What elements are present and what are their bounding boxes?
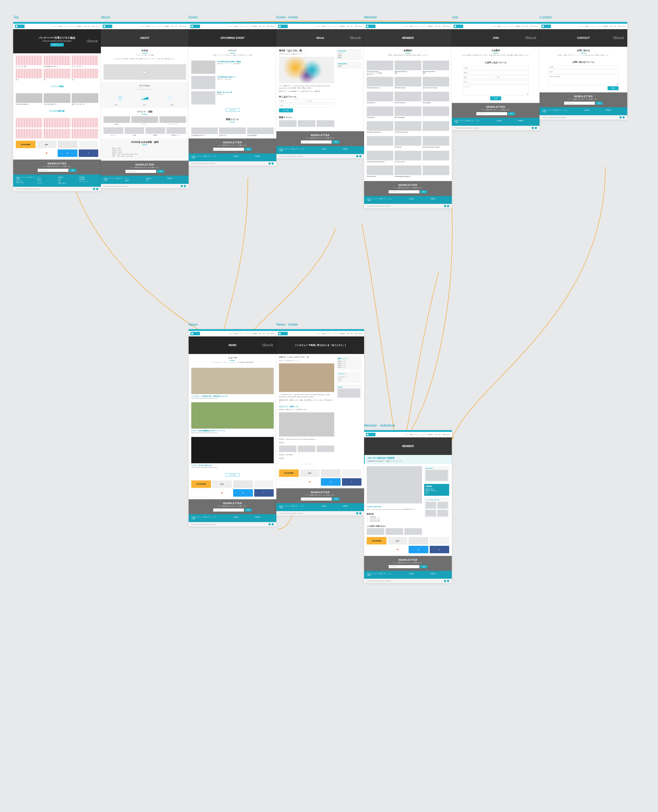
nav-menu[interactable]: ホーム企友会イベントニュース会員紹介入会求人お問い合わせ: [141, 25, 187, 27]
load-more-button[interactable]: Load More: [191, 107, 274, 113]
chart-icon: ▁▃▅: [141, 94, 149, 101]
page-about: ホーム企友会イベントニュース会員紹介入会求人お問い合わせ ABOUT 企友会 バ…: [101, 22, 189, 188]
event-cards: 2018年度 企友会 総会… 2018年度 企友会 忘年… 第4回「ぱんでみ」塾…: [13, 91, 101, 107]
newsletter-submit-button[interactable]: 登録: [69, 169, 76, 172]
side-organizer: ORGANIZER企友会: [337, 62, 362, 69]
label-contact: Contact: [540, 16, 551, 19]
top-featured-grid: インタビュー記事… 企友会懇親会 2018サマー… コラム いま今から… 求人……: [13, 53, 101, 83]
label-about: About: [101, 16, 110, 19]
topic-card[interactable]: 企友会 新規事業…: [247, 127, 274, 136]
badge-mix[interactable]: [79, 141, 99, 148]
label-member-individual: Member - Individual: [364, 424, 395, 427]
label-member: Member: [364, 16, 377, 19]
event-row[interactable]: 2018年度企友会 年次総会・懇親会2018年4月・バンクーバー…申込受付中: [191, 61, 274, 74]
join-message-input[interactable]: [463, 85, 529, 95]
apply-email-input[interactable]: [307, 99, 334, 103]
apply-name-input[interactable]: [279, 99, 306, 103]
event-title: 第4回「ぱんでみ」塾: [279, 49, 334, 52]
logo[interactable]: [190, 25, 200, 28]
about-video[interactable]: [103, 64, 186, 80]
pagination[interactable]: ‹ 1 2 3 ›: [279, 461, 334, 467]
event-card[interactable]: 2018年度 企友会 総会…: [16, 93, 42, 105]
label-news-inside: News - Inside: [276, 323, 298, 327]
contact-submit-button[interactable]: 送信: [608, 86, 619, 90]
logo[interactable]: [15, 25, 25, 28]
topic-card[interactable]: 企友会に訊く…: [219, 127, 246, 136]
sitemap-canvas: Top About Event Event - Inside Member Jo…: [13, 9, 645, 799]
load-more-button[interactable]: Load More: [191, 471, 274, 478]
growth-icon: ↑: [166, 94, 173, 101]
newsletter-submit-button[interactable]: 登録: [157, 170, 164, 173]
event-row[interactable]: 2018年度企友会 古典フェス2018年5月・Stanley Park…: [191, 76, 274, 89]
section-event-header: イベント情報: [13, 83, 101, 91]
label-event-inside: Event - Inside: [276, 16, 298, 19]
badge-facebook[interactable]: f: [79, 149, 99, 157]
news-list: インタビュー 企友会に訊く (第1回) ゆうじろう Nullam id dolo…: [189, 366, 276, 481]
badge-jobs[interactable]: jobs: [37, 141, 56, 148]
section-biz-header: ビジネス掲示板: [13, 107, 101, 116]
contact-message-input[interactable]: [548, 75, 619, 85]
join-phone-input[interactable]: [463, 75, 495, 79]
join-name-input[interactable]: [463, 66, 529, 70]
join-phone2-input[interactable]: [497, 75, 529, 79]
event-date: 2018年5月19日 (土) 午後講演＠バンクーバー: [279, 53, 334, 55]
event-row[interactable]: 第4回「ぱんでみ」塾2018年5月…: [191, 91, 274, 104]
event-list: 2018年度企友会 年次総会・懇親会2018年4月・バンクーバー…申込受付中 2…: [189, 58, 276, 116]
accent-bar: [13, 22, 101, 24]
apply-submit-button[interactable]: 申し込む: [279, 108, 293, 112]
mission: ミッション ミッションステートメント ⓘ ▁▃▅ ↑ 会員…交流…発展…: [101, 82, 189, 108]
biz-grid: [13, 116, 101, 141]
badge-twitter[interactable]: 𝕏: [58, 149, 77, 157]
social-icon[interactable]: [96, 188, 98, 190]
join-company-input[interactable]: [463, 71, 529, 74]
event-card[interactable]: 2018年度 企友会 忘年…: [44, 93, 70, 105]
nav-menu[interactable]: ホーム企友会イベントニュース会員紹介入会求人お問い合わせ: [53, 25, 99, 27]
activity: イベント・活動 交流会… セミナー… ワークショップ… セミナー 交流会 勉強会…: [101, 108, 189, 138]
footer-bar: © Vancouver Japanese Business Associatio…: [13, 187, 101, 191]
page-news-inside: ホーム企友会イベントニュース会員紹介入会求人お問い合わせ インタビュー 中島裕二…: [276, 329, 364, 515]
member-card[interactable]: Dragon Intermodal Inc.物流…: [423, 61, 449, 75]
newsletter: NEWSLETTER イベント情報やお知らせをメールでお届けします。 登録: [13, 160, 101, 174]
page-member: ホーム企友会イベントニュース会員紹介入会求人お問い合わせ MEMBER 会員紹介…: [364, 22, 452, 208]
join-submit-button[interactable]: 送信: [490, 96, 501, 100]
footer-links: 企友会 バンクーバー日系ビジネス協会Address lineVancouver,…: [13, 174, 101, 187]
hero-cta-button[interactable]: 詳細はこちら: [50, 43, 64, 47]
news-item[interactable]: コラム いま今から学ぶUX Nullam id dolor id nibh ul…: [191, 437, 274, 468]
logo[interactable]: [103, 25, 112, 28]
event-card[interactable]: 第4回「ぱんでみ」塾…: [72, 93, 98, 105]
news-item[interactable]: レポート 企友会懇親会2018サマーイベント Nullam id dolor i…: [191, 402, 274, 433]
social-icon[interactable]: [93, 188, 95, 190]
newsletter-email-input[interactable]: [125, 170, 156, 173]
news-item[interactable]: インタビュー 企友会に訊く (第1回) ゆうじろう Nullam id dolo…: [191, 368, 274, 399]
newsletter-email-input[interactable]: [38, 169, 69, 172]
badge-logo[interactable]: [16, 149, 36, 157]
badge-canada[interactable]: 🍁: [37, 149, 56, 157]
page-event-inside: ホーム企友会イベントニュース会員紹介入会求人お問い合わせ iStock 第4回「…: [276, 22, 364, 159]
event-image: [279, 57, 334, 83]
page-contact: ホーム企友会イベントニュース会員紹介入会求人お問い合わせ CONTACT お問い…: [540, 22, 627, 119]
contact-email-input[interactable]: [548, 70, 619, 74]
page-join: ホーム企友会イベントニュース会員紹介入会求人お問い合わせ JOIN 入会案内 こ…: [452, 22, 540, 130]
member-card[interactable]: ABC Advisory Groupコンサルティング, 不動産補足テキスト…: [367, 61, 393, 75]
about-head: 企友会 バンクーバー日系ビジネス協会 カナダにおいて日本企業、日系企業、個人起業…: [101, 47, 189, 62]
side-category: CATEGORYセミナー交流会勉強会: [337, 49, 362, 60]
label-news: News: [189, 323, 197, 327]
contact-name-input[interactable]: [548, 65, 619, 69]
badge-mix[interactable]: [58, 141, 77, 148]
page-news: ホーム企友会イベントニュース会員紹介入会求人お問い合わせ NEWS ニュースイベ…: [189, 329, 276, 526]
join-email-input[interactable]: [463, 80, 529, 83]
topic-card[interactable]: 企友会懇親会 2018サマー…: [191, 127, 218, 136]
nav-menu[interactable]: ホーム企友会イベントニュース会員紹介入会求人お問い合わせ: [229, 25, 274, 27]
label-event: Event: [189, 16, 197, 19]
hero-title: バンクーバー日系ビジネス協会: [39, 36, 75, 40]
top-nav[interactable]: ホーム企友会イベントニュース会員紹介入会求人お問い合わせ: [13, 24, 101, 29]
related-events-heading: 関連イベント: [279, 116, 334, 119]
join-form: 入会申し込みフォーム 送信: [452, 58, 540, 103]
board: 2018年度 企友会理事・顧問 会 長 Name 副 会 長 Name 副 会 …: [101, 138, 189, 161]
page-member-individual: ホーム企友会イベントニュース会員紹介入会求人お問い合わせ MEMBER ABC …: [364, 430, 452, 583]
member-card[interactable]: CIBC Imperial Service金融…: [395, 61, 421, 75]
apply-extra-input[interactable]: [279, 104, 334, 107]
page-event: ホーム企友会イベントニュース会員紹介入会求人お問い合わせ UPCOMING EV…: [189, 22, 276, 166]
badge-volunteer[interactable]: VOLUNTEER: [16, 141, 36, 148]
apply-heading: 申し込みフォーム: [279, 95, 334, 98]
